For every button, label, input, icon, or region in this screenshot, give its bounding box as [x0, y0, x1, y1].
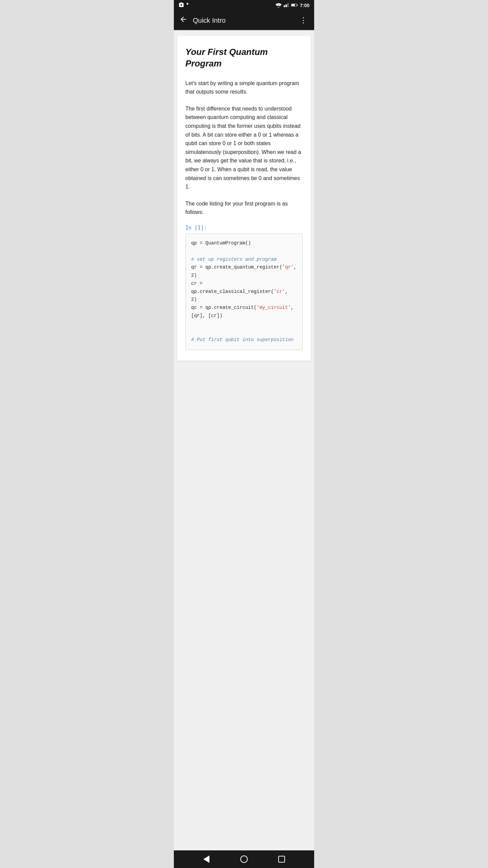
svg-marker-4 — [284, 5, 285, 7]
battery-icon — [291, 3, 298, 8]
paragraph-3: The code listing for your first program … — [185, 199, 303, 217]
svg-rect-9 — [297, 4, 298, 5]
status-bar-left — [179, 2, 191, 9]
content-area: Your First Quantum Program Let's start b… — [174, 30, 314, 850]
code-line-comment-1: # set up registers and program — [191, 257, 277, 262]
back-nav-icon — [203, 855, 209, 863]
svg-marker-5 — [285, 4, 287, 7]
nav-back-button[interactable] — [201, 854, 211, 864]
svg-marker-6 — [287, 3, 289, 7]
app-bar-title: Quick Intro — [193, 17, 226, 24]
signal-icon — [284, 3, 289, 8]
code-line-6: qc = qp.create_circuit('my_circuit', — [191, 305, 293, 310]
back-button[interactable] — [178, 14, 189, 27]
code-line-1: qp = QuantumProgram() — [191, 240, 251, 246]
code-line-comment-2: # Put first qubit into superposition — [191, 337, 293, 342]
svg-point-3 — [278, 6, 279, 7]
code-block: qp = QuantumProgram() # set up registers… — [185, 234, 303, 350]
overflow-menu-button[interactable]: ⋮ — [297, 15, 310, 26]
code-line-7: [qr], [cr]) — [191, 313, 222, 318]
paragraph-2: The first difference that needs to under… — [185, 104, 303, 191]
home-nav-icon — [240, 855, 248, 863]
notification-status-icon — [186, 2, 191, 8]
code-cell-label: In [1]: — [185, 225, 303, 231]
code-line-4: cr = qp.create_classical_register('cr', — [191, 281, 288, 294]
status-bar: 7:00 — [174, 0, 314, 11]
code-line-5: 2) — [191, 297, 197, 302]
camera-status-icon — [179, 2, 184, 9]
card-title: Your First Quantum Program — [185, 46, 303, 70]
time-display: 7:00 — [300, 3, 309, 8]
status-bar-right: 7:00 — [276, 3, 309, 8]
svg-point-1 — [181, 4, 182, 6]
paragraph-1: Let's start by writing a simple quantum … — [185, 79, 303, 96]
nav-recents-button[interactable] — [277, 854, 287, 864]
app-bar: Quick Intro ⋮ — [174, 11, 314, 30]
bottom-navigation — [174, 850, 314, 868]
nav-home-button[interactable] — [239, 854, 249, 864]
code-line-3: qr = qp.create_quantum_register('qr', 2) — [191, 264, 297, 278]
app-bar-left: Quick Intro — [178, 14, 226, 27]
svg-rect-2 — [187, 3, 188, 5]
wifi-icon — [276, 3, 282, 8]
recents-nav-icon — [278, 856, 285, 863]
content-card: Your First Quantum Program Let's start b… — [177, 36, 311, 361]
